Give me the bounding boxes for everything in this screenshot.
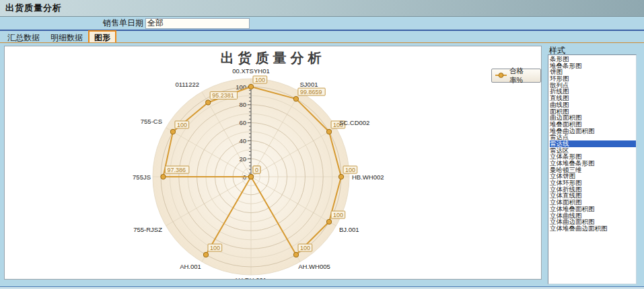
style-list-item[interactable]: 立体堆叠曲边面积图 xyxy=(550,225,636,232)
svg-text:100: 100 xyxy=(210,245,220,251)
svg-text:80: 80 xyxy=(239,101,246,108)
svg-text:20: 20 xyxy=(239,155,246,163)
svg-text:AH.001: AH.001 xyxy=(180,263,201,270)
window-titlebar: 出货质量分析 xyxy=(0,0,644,17)
tab-2[interactable]: 图形 xyxy=(88,30,116,42)
svg-text:0: 0 xyxy=(255,167,258,173)
svg-text:AH.RH.001: AH.RH.001 xyxy=(234,276,266,279)
svg-text:60: 60 xyxy=(239,119,246,126)
sales-date-label: 销售单日期 xyxy=(103,17,143,29)
svg-text:BJ.001: BJ.001 xyxy=(339,226,359,233)
chart-legend: 合格率% xyxy=(491,69,541,83)
sales-date-input[interactable] xyxy=(145,18,250,29)
svg-text:100: 100 xyxy=(345,167,355,173)
window-title: 出货质量分析 xyxy=(0,2,62,14)
svg-text:99.8659: 99.8659 xyxy=(300,89,322,95)
chart-title: 出货质量分析 xyxy=(5,49,541,67)
chart-style-listbox[interactable]: 条形图堆叠条形图饼图环形图散列点折线图直线图曲线图面积图曲边面积图堆叠面积图堆叠… xyxy=(548,54,637,284)
svg-text:755-CS: 755-CS xyxy=(141,118,162,125)
radar-chart: 02040608010010099.8659100100100100010009… xyxy=(5,46,541,279)
tab-1[interactable]: 明细数据 xyxy=(45,31,88,42)
svg-text:755JS: 755JS xyxy=(133,173,151,181)
tab-0[interactable]: 汇总数据 xyxy=(2,31,45,42)
svg-text:100: 100 xyxy=(177,122,187,128)
svg-text:AH.WH005: AH.WH005 xyxy=(298,263,330,270)
svg-text:755-RJSZ: 755-RJSZ xyxy=(133,226,162,233)
style-list-item[interactable]: 堆叠条形图 xyxy=(550,63,636,69)
svg-text:100: 100 xyxy=(300,245,310,251)
svg-text:40: 40 xyxy=(239,137,246,144)
svg-text:SJ001: SJ001 xyxy=(300,81,318,88)
svg-text:00.XTSYH01: 00.XTSYH01 xyxy=(232,67,269,75)
svg-text:0111222: 0111222 xyxy=(175,81,199,88)
chart-panel: 出货质量分析 02040608010010099.865910010010010… xyxy=(4,46,542,280)
legend-marker-icon xyxy=(495,72,507,80)
svg-text:95.2381: 95.2381 xyxy=(212,92,234,99)
svg-text:HB.WH002: HB.WH002 xyxy=(352,173,384,181)
svg-text:100: 100 xyxy=(255,77,265,83)
legend-label: 合格率% xyxy=(509,67,536,85)
svg-text:SC.CD002: SC.CD002 xyxy=(339,119,369,126)
svg-text:100: 100 xyxy=(333,212,343,218)
filter-bar: 销售单日期 xyxy=(0,17,644,31)
window-bottom-edge xyxy=(0,286,644,289)
tab-strip: 汇总数据明细数据图形 xyxy=(0,31,644,43)
svg-text:97.386: 97.386 xyxy=(168,167,186,173)
